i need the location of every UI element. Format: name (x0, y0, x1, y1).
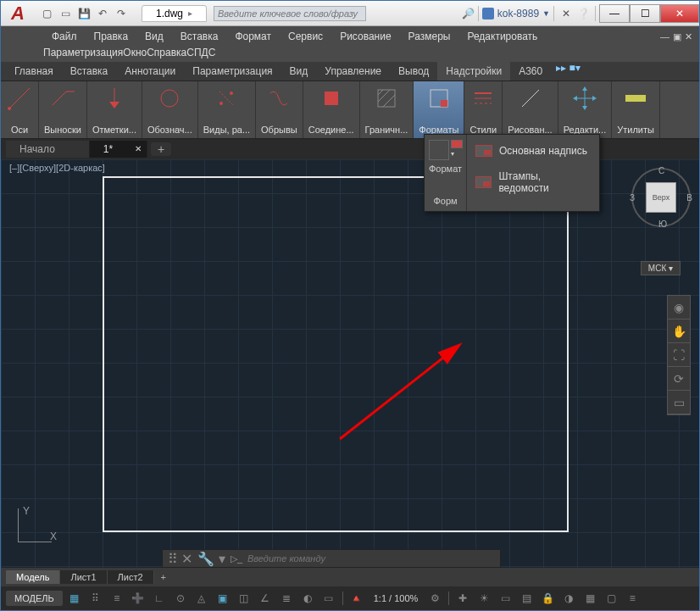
exchange-icon[interactable]: ✕ (558, 5, 575, 22)
open-icon[interactable]: ▭ (57, 5, 74, 22)
doc-tab-drawing[interactable]: 1*✕ (90, 141, 147, 158)
mdi-min-icon[interactable]: — (660, 31, 669, 42)
new-icon[interactable]: ▢ (38, 5, 55, 22)
document-title[interactable]: 1.dwg (142, 5, 207, 22)
gear-icon[interactable]: ⚙ (425, 589, 444, 608)
isolate-icon[interactable]: ◑ (559, 589, 578, 608)
status-model-button[interactable]: МОДЕЛЬ (6, 591, 63, 606)
panel-styles[interactable]: Стили (464, 81, 503, 138)
binoculars-icon[interactable]: 🔎 (462, 8, 475, 19)
ribbon-tab-parametric[interactable]: Параметризация (184, 62, 281, 81)
panel-marks[interactable]: Отметки... (87, 81, 142, 138)
menu-format[interactable]: Формат (226, 28, 280, 45)
menu-insert[interactable]: Вставка (172, 28, 227, 45)
osnap-icon[interactable]: ▣ (214, 589, 232, 608)
ribbon-tab-annotate[interactable]: Аннотации (116, 62, 184, 81)
panel-axes[interactable]: Оси (1, 81, 39, 138)
panel-edit[interactable]: Редакти... (558, 81, 613, 138)
panel-boundary[interactable]: Граничн... (360, 81, 414, 138)
polar-icon[interactable]: ⊙ (171, 589, 190, 608)
layout-tab-sheet2[interactable]: Лист2 (108, 570, 154, 584)
menu-file[interactable]: Файл (43, 28, 86, 45)
ribbon-tab-home[interactable]: Главная (6, 62, 62, 81)
orbit-icon[interactable]: ⟳ (668, 367, 690, 391)
ribbon-tab-a360[interactable]: A360 (510, 62, 551, 81)
panel-breaks[interactable]: Обрывы (256, 81, 303, 138)
snap-toggle-icon[interactable]: ⠿ (86, 589, 105, 608)
grid-toggle-icon[interactable]: ▦ (65, 589, 84, 608)
menu-spds[interactable]: СПДС (186, 47, 215, 58)
ortho-icon[interactable]: ∟ (150, 589, 169, 608)
panel-formats[interactable]: Форматы (414, 81, 464, 138)
panel-leaders[interactable]: Выноски (39, 81, 87, 138)
mdi-close-icon[interactable]: ✕ (685, 31, 692, 42)
ribbon-tab-insert[interactable]: Вставка (62, 62, 117, 81)
lineweight-icon[interactable]: ≣ (277, 589, 296, 608)
mdi-restore-icon[interactable]: ▣ (673, 31, 681, 42)
help-icon[interactable]: ❔ (575, 5, 592, 22)
redo-icon[interactable]: ↷ (113, 5, 130, 22)
close-tab-icon[interactable]: ✕ (135, 144, 142, 153)
menu-window[interactable]: Окно (123, 47, 147, 58)
search-input[interactable] (214, 6, 366, 21)
panel-designations[interactable]: Обознач... (142, 81, 198, 138)
maximize-button[interactable]: ☐ (630, 4, 660, 23)
otrack-icon[interactable]: ∠ (256, 589, 275, 608)
annoscale-icon[interactable]: 🔺 (347, 589, 366, 608)
infer-icon[interactable]: ≡ (108, 589, 126, 608)
3dosnap-icon[interactable]: ◫ (235, 589, 253, 608)
steering-wheel-icon[interactable]: ◉ (668, 296, 690, 319)
dropdown-item-titleblock[interactable]: Основная надпись (467, 138, 599, 164)
dynamic-input-icon[interactable]: ➕ (129, 589, 147, 608)
ribbon-tab-addins[interactable]: Надстройки (437, 62, 510, 81)
close-button[interactable]: ✕ (660, 4, 699, 23)
add-tab-button[interactable]: + (151, 142, 171, 156)
layout-tab-model[interactable]: Модель (6, 570, 60, 584)
cleanscreen-icon[interactable]: ▢ (602, 589, 620, 608)
customize-icon[interactable]: ≡ (623, 589, 642, 608)
transparency-icon[interactable]: ◐ (298, 589, 317, 608)
menu-dimension[interactable]: Размеры (400, 28, 459, 45)
format-small-icon[interactable] (451, 140, 463, 148)
drawing-canvas[interactable]: [–][Сверху][2D-каркас] С Ю В З Верх МСК … (1, 159, 699, 568)
cmdline-handle-icon[interactable]: ⠿ ✕ (168, 551, 192, 567)
scale-display[interactable]: 1:1 / 100% (369, 593, 424, 603)
ribbon-tab-manage[interactable]: Управление (316, 62, 390, 81)
pan-icon[interactable]: ✋ (668, 319, 690, 343)
menu-edit[interactable]: Правка (86, 28, 137, 45)
ribbon-tab-view[interactable]: Вид (281, 62, 317, 81)
add-layout-button[interactable]: + (154, 570, 173, 584)
app-logo[interactable]: A (1, 1, 35, 26)
ribbon-tab-output[interactable]: Вывод (390, 62, 437, 81)
menu-view[interactable]: Вид (136, 28, 172, 45)
cmdline-config-icon[interactable]: 🔧 ▾ (197, 551, 225, 567)
cycling-icon[interactable]: ▭ (319, 589, 338, 608)
viewport-controls[interactable]: [–][Сверху][2D-каркас] (9, 163, 105, 173)
menu-parametric[interactable]: Параметризация (43, 47, 123, 58)
undo-icon[interactable]: ↶ (94, 5, 111, 22)
panel-views[interactable]: Виды, ра... (198, 81, 256, 138)
minimize-button[interactable]: — (599, 4, 630, 23)
command-input[interactable] (247, 553, 495, 564)
zoom-extents-icon[interactable]: ⛶ (668, 343, 690, 367)
layout-tab-sheet1[interactable]: Лист1 (60, 570, 107, 584)
user-menu[interactable]: kok-8989 ▼ (482, 8, 550, 19)
menu-help[interactable]: Справка (147, 47, 186, 58)
doc-tab-start[interactable]: Начало (6, 141, 90, 158)
ribbon-extra-icon[interactable]: ▸▸ ■▾ (556, 62, 581, 81)
showmotion-icon[interactable]: ▭ (668, 391, 690, 414)
panel-utilities[interactable]: Утилиты (612, 81, 660, 138)
panel-connections[interactable]: Соедине... (303, 81, 360, 138)
workspace-icon[interactable]: ✚ (453, 589, 472, 608)
annomonitor-icon[interactable]: ☀ (475, 589, 493, 608)
hardware-icon[interactable]: ▦ (581, 589, 599, 608)
lock-ui-icon[interactable]: 🔒 (538, 589, 557, 608)
units-icon[interactable]: ▭ (496, 589, 514, 608)
menu-draw[interactable]: Рисование (331, 28, 399, 45)
viewcube-face[interactable]: Верх (646, 182, 676, 213)
coord-system-badge[interactable]: МСК ▾ (641, 261, 681, 275)
command-line[interactable]: ⠿ ✕ 🔧 ▾ ▷_ (162, 549, 501, 568)
menu-tools[interactable]: Сервис (280, 28, 331, 45)
chevron-down-icon[interactable]: ▾ (451, 150, 458, 157)
isoplane-icon[interactable]: ◬ (192, 589, 211, 608)
